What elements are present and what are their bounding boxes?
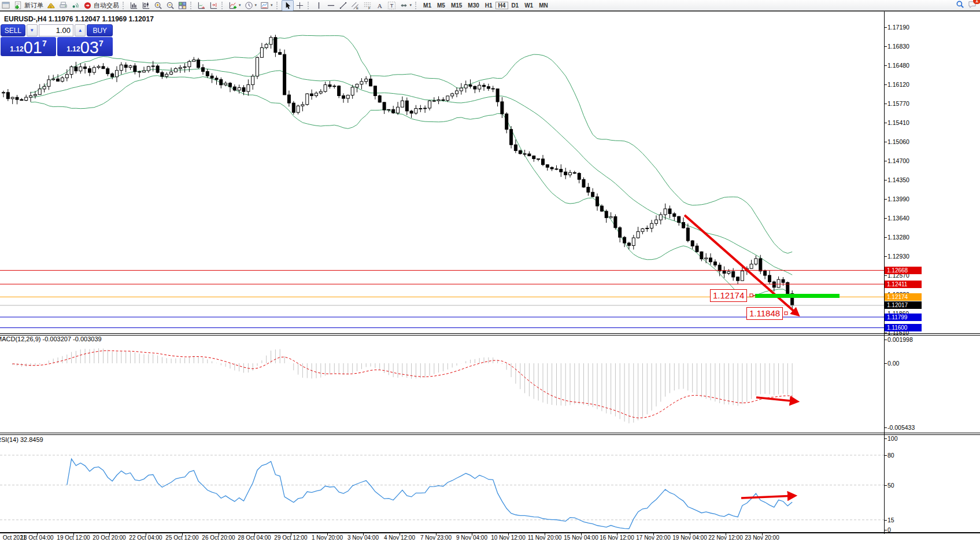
timeframe-H1-button[interactable]: H1	[482, 2, 495, 9]
vline-icon	[315, 1, 323, 10]
timeframe-M1-button[interactable]: M1	[420, 2, 434, 9]
fibonacci-button[interactable]: F	[361, 1, 373, 10]
bar-chart-button[interactable]	[128, 1, 140, 10]
shapes-button[interactable]: ▾	[398, 1, 414, 10]
support-zone-bar[interactable]	[755, 294, 840, 298]
price-chart[interactable]	[0, 12, 884, 333]
price-axis-label: 1.15060	[887, 138, 909, 145]
text-icon: A	[375, 1, 384, 10]
new-order-button[interactable]: 新订单	[12, 1, 45, 10]
price-axis-label: 1.17190	[887, 24, 909, 31]
signal-icon	[71, 1, 80, 10]
price-axis-label: 1.13280	[887, 234, 909, 241]
bid-price-box[interactable]: 1.12017	[1, 37, 56, 56]
signal-button[interactable]	[69, 1, 82, 10]
timeframe-H4-button[interactable]: H4	[495, 2, 509, 9]
price-axis-tick	[884, 333, 887, 333]
rsi-arrow[interactable]	[741, 496, 794, 498]
channel-button[interactable]: E	[349, 1, 361, 10]
auto-scroll-icon	[197, 1, 206, 10]
window-menu-button[interactable]	[0, 1, 12, 10]
search-button[interactable]	[956, 0, 964, 11]
price-axis-tick	[884, 237, 887, 238]
price-axis-tick	[884, 161, 887, 161]
vline-button[interactable]	[313, 1, 325, 10]
macd-arrow[interactable]	[756, 397, 797, 401]
price-badge: 1.11600	[885, 324, 922, 331]
rsi-axis-tick	[884, 530, 887, 530]
zoom-out-button[interactable]	[164, 1, 176, 10]
svg-text:F: F	[368, 6, 370, 10]
label-button[interactable]: T	[386, 1, 398, 10]
resistance-price-label[interactable]: 1.12174	[710, 289, 747, 302]
trendline-button[interactable]	[337, 1, 349, 10]
price-macd-separator[interactable]	[0, 333, 980, 334]
gold-button[interactable]	[45, 1, 57, 10]
periods-button[interactable]: ▾	[243, 1, 259, 10]
chevron-down-icon: ▼	[29, 28, 34, 33]
price-badge: 1.12174	[885, 293, 922, 301]
price-axis-label: 1.16830	[887, 43, 909, 50]
indicators-button[interactable]: ▾	[227, 1, 243, 10]
price-axis-label: 1.13990	[887, 196, 909, 202]
volume-input[interactable]	[39, 24, 73, 36]
volume-increase-button[interactable]: ▲	[75, 24, 86, 36]
bid-prefix: 1.12	[10, 45, 23, 53]
candle-chart-button[interactable]	[140, 1, 152, 10]
price-axis-label: 1.14700	[887, 157, 909, 164]
rsi-axis-tick	[884, 520, 887, 521]
rsi-axis-label: 50	[887, 482, 894, 489]
timeframe-W1-button[interactable]: W1	[522, 2, 536, 9]
ask-price-box[interactable]: 1.12037	[57, 37, 113, 56]
volume-decrease-button[interactable]: ▼	[27, 24, 38, 36]
timeframe-M30-button[interactable]: M30	[465, 2, 482, 9]
auto-scroll-button[interactable]	[195, 1, 208, 10]
templates-button[interactable]: ▾	[258, 1, 275, 10]
templates-icon	[260, 1, 269, 10]
macd-panel[interactable]	[0, 335, 884, 433]
chart-shift-button[interactable]	[208, 1, 220, 10]
price-axis-tick	[884, 199, 887, 200]
hline-icon	[327, 1, 335, 10]
mt4-terminal: { "toolbar": { "items": [ {"icon":"windo…	[0, 0, 980, 542]
tile-windows-button[interactable]	[176, 1, 188, 10]
timeframe-M15-button[interactable]: M15	[448, 2, 465, 9]
timeframe-MN-button[interactable]: MN	[536, 2, 551, 9]
time-axis-label: 23 Nov 20:00	[739, 534, 785, 541]
ask-pip-digit: 7	[99, 39, 103, 48]
fax-button[interactable]	[57, 1, 69, 10]
zoom-out-icon	[166, 1, 175, 10]
zoom-in-button[interactable]	[152, 1, 164, 10]
rsi-line	[67, 459, 792, 529]
price-axis-label: 1.15410	[887, 119, 909, 126]
toolbar-separator	[415, 2, 419, 9]
gold-icon	[47, 1, 56, 10]
timeframe-M5-button[interactable]: M5	[434, 2, 448, 9]
hline-button[interactable]	[325, 1, 337, 10]
one-click-trade-panel: SELL ▼ ▲ BUY 1.12017 1.12037	[1, 24, 113, 56]
support-price-label[interactable]: 1.11848	[746, 307, 783, 320]
price-macd-separator-2	[0, 335, 980, 335]
shapes-icon	[400, 1, 408, 10]
macd-axis-tick	[884, 363, 887, 364]
macd-rsi-separator[interactable]	[0, 433, 980, 433]
crosshair-button[interactable]	[294, 1, 306, 10]
top-toolbar: 新订单自动交易▾▾▾EFAT▾M1M5M15M30H1H4D1W1MN1	[0, 0, 980, 12]
toolbar-button-label: 新订单	[24, 1, 43, 10]
price-axis-tick	[884, 218, 887, 219]
buy-button[interactable]: BUY	[87, 24, 113, 36]
channel-icon: E	[351, 1, 360, 10]
text-button[interactable]: A	[373, 1, 386, 10]
cursor-button[interactable]	[282, 0, 294, 11]
price-axis-tick	[884, 142, 887, 142]
fibonacci-icon: F	[363, 1, 372, 10]
price-axis-label: 1.14350	[887, 176, 909, 183]
notifications-button[interactable]: 1	[968, 0, 977, 11]
timeframe-D1-button[interactable]: D1	[508, 2, 522, 9]
sell-button[interactable]: SELL	[1, 24, 25, 36]
autotrade-button[interactable]: 自动交易	[82, 1, 121, 10]
candle-chart-icon	[142, 1, 150, 10]
rsi-panel[interactable]	[0, 435, 884, 533]
rsi-label: RSI(14) 32.8459	[0, 436, 43, 443]
chevron-down-icon: ▾	[271, 3, 273, 8]
